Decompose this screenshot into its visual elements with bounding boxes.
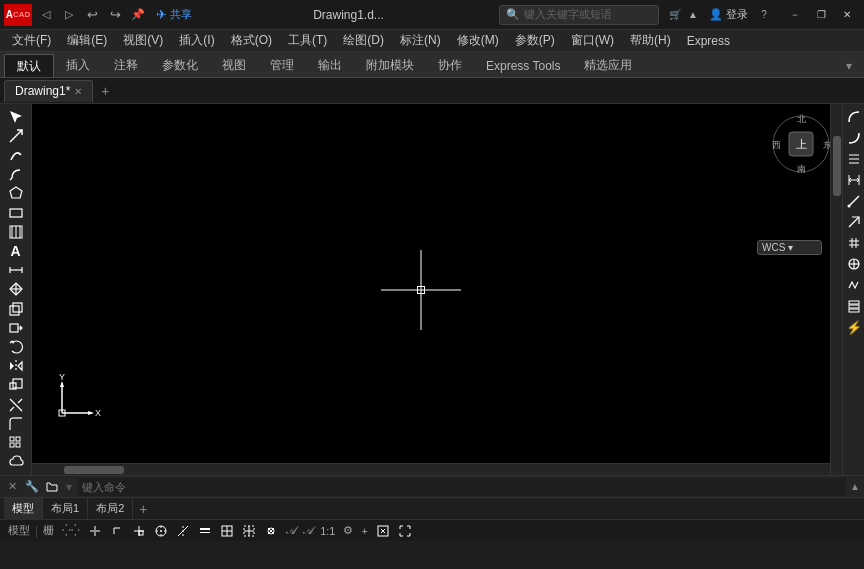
doc-tab-drawing1[interactable]: Drawing1* ✕ [4, 80, 93, 102]
tab-parametric[interactable]: 参数化 [150, 54, 210, 77]
doc-tab-close[interactable]: ✕ [74, 86, 82, 97]
cmd-wrench-icon[interactable]: 🔧 [24, 479, 40, 495]
cmd-folder-icon[interactable] [44, 479, 60, 495]
status-zoom-out[interactable] [372, 521, 394, 541]
rectangle-tool[interactable] [3, 204, 29, 221]
menu-edit[interactable]: 编辑(E) [59, 31, 115, 51]
status-polar[interactable] [150, 521, 172, 541]
status-full-screen[interactable] [394, 521, 416, 541]
status-snap[interactable]: ⁛⁛ [58, 521, 84, 541]
status-infer[interactable] [84, 521, 106, 541]
doc-tab-add[interactable]: + [95, 81, 115, 101]
search-bar[interactable]: 🔍 键入关键字或短语 [499, 5, 659, 25]
menu-file[interactable]: 文件(F) [4, 31, 59, 51]
array-tool[interactable] [3, 434, 29, 451]
status-model[interactable]: 模型 [4, 521, 34, 541]
tab-layout1[interactable]: 布局1 [43, 498, 88, 520]
polyline-tool[interactable] [3, 127, 29, 144]
tab-annotate[interactable]: 注释 [102, 54, 150, 77]
status-otrack[interactable] [172, 521, 194, 541]
right-slash[interactable] [845, 192, 863, 210]
tab-manage[interactable]: 管理 [258, 54, 306, 77]
menu-annotate[interactable]: 标注(N) [392, 31, 449, 51]
tab-layout2[interactable]: 布局2 [88, 498, 133, 520]
menu-parametric[interactable]: 参数(P) [507, 31, 563, 51]
wcs-button[interactable]: WCS ▾ [757, 240, 822, 255]
menu-draw[interactable]: 绘图(D) [335, 31, 392, 51]
tab-default[interactable]: 默认 [4, 54, 54, 77]
tab-model[interactable]: 模型 [4, 498, 43, 520]
cloud-tool[interactable] [3, 454, 29, 471]
add-layout-button[interactable]: + [133, 498, 153, 520]
polygon-tool[interactable] [3, 185, 29, 202]
back-button[interactable]: ◁ [36, 5, 56, 25]
tab-featured-apps[interactable]: 精选应用 [572, 54, 644, 77]
restore-button[interactable]: ❐ [808, 0, 834, 30]
tab-view[interactable]: 视图 [210, 54, 258, 77]
right-lines[interactable] [845, 150, 863, 168]
menu-express[interactable]: Express [679, 31, 738, 51]
status-transparency[interactable] [216, 521, 238, 541]
right-arc1[interactable] [845, 108, 863, 126]
cmd-expand-icon[interactable]: ▲ [850, 481, 860, 492]
right-dim[interactable] [845, 171, 863, 189]
hscroll-thumb[interactable] [64, 466, 124, 474]
tab-more[interactable]: ▾ [834, 54, 864, 77]
forward-button[interactable]: ▷ [59, 5, 79, 25]
right-lightning[interactable]: ⚡ [845, 318, 863, 336]
stretch-tool[interactable] [3, 319, 29, 336]
menu-help[interactable]: 帮助(H) [622, 31, 679, 51]
status-grid[interactable]: 栅 [39, 521, 58, 541]
fillet-tool[interactable] [3, 415, 29, 432]
scale-tool[interactable] [3, 377, 29, 394]
status-ortho[interactable] [128, 521, 150, 541]
right-circle-cross[interactable] [845, 255, 863, 273]
status-dynamic-input[interactable] [106, 521, 128, 541]
trim-tool[interactable] [3, 396, 29, 413]
status-lineweight[interactable] [194, 521, 216, 541]
menu-format[interactable]: 格式(O) [223, 31, 280, 51]
undo-button[interactable]: ↩ [82, 5, 102, 25]
arc-tool[interactable] [3, 146, 29, 163]
status-gizmo[interactable] [260, 521, 282, 541]
right-arrow[interactable] [845, 213, 863, 231]
dimension-tool[interactable] [3, 262, 29, 279]
share-button[interactable]: ✈ 共享 [150, 5, 198, 24]
menu-tools[interactable]: 工具(T) [280, 31, 335, 51]
login-button[interactable]: 👤 登录 [703, 5, 754, 24]
hatch-tool[interactable] [3, 223, 29, 240]
status-settings[interactable]: ⚙ [339, 521, 357, 541]
status-scale-label[interactable]: 1:1 [316, 521, 339, 541]
account-icon[interactable]: ▲ [685, 7, 701, 23]
menu-window[interactable]: 窗口(W) [563, 31, 622, 51]
right-zigzag[interactable] [845, 276, 863, 294]
status-zoom-in[interactable]: + [357, 521, 371, 541]
nav-cube[interactable]: 上 北 南 东 西 WCS ▾ [769, 112, 834, 192]
status-annotation-visibility[interactable]: 𝒜 [299, 521, 316, 541]
menu-modify[interactable]: 修改(M) [449, 31, 507, 51]
right-grid[interactable] [845, 234, 863, 252]
minimize-button[interactable]: － [782, 0, 808, 30]
canvas-vscrollbar[interactable] [830, 104, 842, 475]
command-input[interactable] [78, 478, 846, 496]
menu-insert[interactable]: 插入(I) [171, 31, 222, 51]
close-button[interactable]: ✕ [834, 0, 860, 30]
canvas-hscrollbar[interactable] [32, 463, 830, 475]
vscroll-thumb[interactable] [833, 136, 841, 196]
tab-insert[interactable]: 插入 [54, 54, 102, 77]
redo-button[interactable]: ↪ [105, 5, 125, 25]
move-tool[interactable] [3, 281, 29, 298]
right-arc2[interactable] [845, 129, 863, 147]
help-icon[interactable]: ? [756, 7, 772, 23]
tab-addons[interactable]: 附加模块 [354, 54, 426, 77]
mirror-tool[interactable] [3, 358, 29, 375]
right-layers[interactable] [845, 297, 863, 315]
status-annotation-scale[interactable]: 𝒜 [282, 521, 299, 541]
copy-tool[interactable] [3, 300, 29, 317]
text-tool[interactable]: A [3, 242, 29, 259]
select-tool[interactable] [3, 108, 29, 125]
pin-button[interactable]: 📌 [128, 5, 148, 25]
menu-view[interactable]: 视图(V) [115, 31, 171, 51]
status-selection[interactable] [238, 521, 260, 541]
canvas[interactable]: 上 北 南 东 西 WCS ▾ Y X [32, 104, 842, 475]
